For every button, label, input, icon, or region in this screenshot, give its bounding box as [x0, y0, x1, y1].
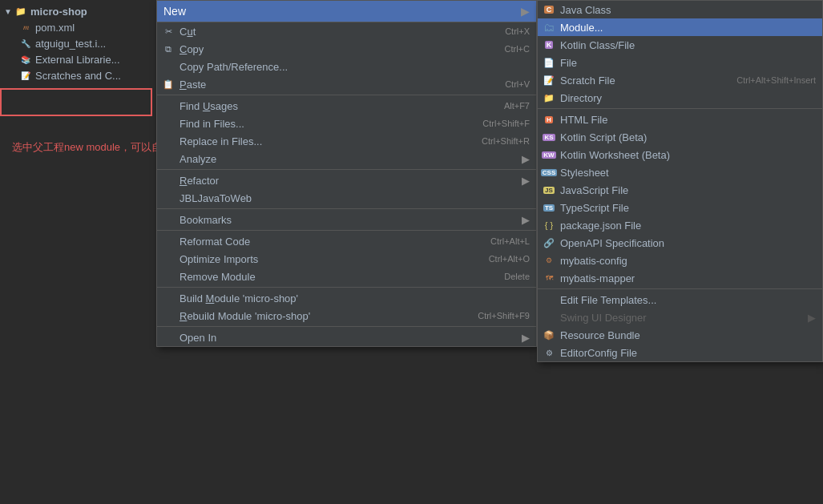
rebuild-shortcut: Ctrl+Shift+F9	[462, 311, 530, 321]
kotlin-worksheet-icon: KW	[543, 148, 555, 161]
sub-item-ts-file[interactable]: TS TypeScript File	[538, 199, 822, 216]
menu-item-new[interactable]: New ▶	[157, 1, 536, 22]
bookmarks-arrow-icon: ▶	[522, 214, 530, 226]
sub-item-mybatis-config[interactable]: ⚙ mybatis-config	[538, 252, 822, 269]
menu-item-optimize-imports[interactable]: Optimize Imports Ctrl+Alt+O	[157, 250, 536, 268]
menu-item-label: Reformat Code	[180, 236, 250, 248]
sub-item-label: Resource Bundle	[560, 329, 640, 341]
sidebar-item-ext-lib[interactable]: 📚 External Librarie...	[0, 51, 152, 67]
file-icon: 📄	[543, 56, 555, 69]
js-icon: JS	[543, 183, 555, 196]
xml-icon: 𝑚	[19, 21, 32, 34]
menu-item-label: Cut	[180, 26, 196, 38]
optimize-shortcut: Ctrl+Alt+O	[473, 254, 530, 264]
sub-item-scratch-file[interactable]: 📝 Scratch File Ctrl+Alt+Shift+Insert	[538, 71, 822, 89]
module-icon: 🗂	[543, 21, 555, 34]
sub-item-kotlin-script[interactable]: KS Kotlin Script (Beta)	[538, 128, 822, 146]
openapi-icon: 🔗	[543, 236, 555, 249]
sub-item-openapi[interactable]: 🔗 OpenAPI Specification	[538, 234, 822, 252]
copy-icon: ⧉	[162, 42, 175, 55]
sub-item-mybatis-mapper[interactable]: 🗺 mybatis-mapper	[538, 269, 822, 287]
menu-item-replace-files[interactable]: Replace in Files... Ctrl+Shift+R	[157, 132, 536, 150]
sidebar-item-label: Scratches and C...	[35, 70, 121, 82]
menu-item-label: JBLJavaToWeb	[180, 192, 252, 204]
project-sidebar: ▼ 📁 micro-shop 𝑚 pom.xml 🔧 atguigu_test.…	[0, 0, 152, 504]
scratch-file-shortcut: Ctrl+Alt+Shift+Insert	[736, 75, 816, 85]
sidebar-item-scratches[interactable]: 📝 Scratches and C...	[0, 67, 152, 83]
sub-item-kotlin-class[interactable]: K Kotlin Class/File	[538, 36, 822, 54]
sidebar-item-pom[interactable]: 𝑚 pom.xml	[0, 19, 152, 35]
ts-icon: TS	[543, 201, 555, 214]
menu-item-label: Rebuild Module 'micro-shop'	[180, 310, 310, 322]
sub-item-label: mybatis-config	[560, 255, 627, 267]
context-menu-main: New ▶ ✂ Cut Ctrl+X ⧉ Copy Ctrl+C Copy Pa…	[156, 0, 537, 347]
menu-item-rebuild-module[interactable]: Rebuild Module 'micro-shop' Ctrl+Shift+F…	[157, 307, 536, 325]
sub-item-module[interactable]: 🗂 Module...	[538, 18, 822, 36]
lib-icon: 📚	[19, 53, 32, 66]
sub-item-directory[interactable]: 📁 Directory	[538, 89, 822, 107]
menu-item-analyze[interactable]: Analyze ▶	[157, 150, 536, 167]
sub-item-label: Swing UI Designer	[560, 312, 647, 324]
css-icon: CSS	[543, 166, 555, 179]
sub-item-label: Kotlin Class/File	[560, 39, 635, 51]
sub-item-label: HTML File	[560, 114, 607, 126]
menu-item-label: Remove Module	[180, 271, 256, 283]
menu-item-bookmarks[interactable]: Bookmarks ▶	[157, 211, 536, 228]
mybatis-config-icon: ⚙	[543, 254, 555, 267]
sub-item-label: JavaScript File	[560, 184, 628, 196]
sub-item-label: Java Class	[560, 4, 611, 16]
context-menu-submenu: C Java Class 🗂 Module... K Kotlin Class/…	[537, 0, 823, 362]
sidebar-item-test[interactable]: 🔧 atguigu_test.i...	[0, 35, 152, 51]
kotlin-script-icon: KS	[543, 131, 555, 143]
html-icon: H	[543, 113, 555, 126]
sub-item-html-file[interactable]: H HTML File	[538, 111, 822, 128]
menu-item-find-usages[interactable]: Find Usages Alt+F7	[157, 97, 536, 115]
sub-item-js-file[interactable]: JS JavaScript File	[538, 181, 822, 199]
sub-item-edit-templates[interactable]: Edit File Templates...	[538, 291, 822, 308]
menu-item-copy[interactable]: ⧉ Copy Ctrl+C	[157, 40, 536, 58]
paste-shortcut: Ctrl+V	[489, 79, 530, 89]
menu-item-label: Paste	[180, 79, 206, 91]
menu-item-jbl[interactable]: JBLJavaToWeb	[157, 189, 536, 207]
menu-item-find-files[interactable]: Find in Files... Ctrl+Shift+F	[157, 115, 536, 132]
json-icon: { }	[543, 219, 555, 232]
scratch-icon: 📝	[19, 69, 32, 82]
sub-item-label: OpenAPI Specification	[560, 237, 664, 249]
swing-arrow-icon: ▶	[808, 312, 816, 324]
menu-item-new-label: New	[163, 5, 186, 18]
java-class-icon: C	[543, 3, 555, 16]
separator-2	[157, 169, 536, 170]
menu-item-remove-module[interactable]: Remove Module Delete	[157, 268, 536, 285]
remove-module-shortcut: Delete	[488, 272, 530, 281]
menu-item-refactor[interactable]: Refactor ▶	[157, 171, 536, 189]
sub-item-stylesheet[interactable]: CSS Stylesheet	[538, 163, 822, 181]
sub-item-label: Scratch File	[560, 75, 615, 87]
sub-item-editorconfig[interactable]: ⚙ EditorConfig File	[538, 344, 822, 361]
reformat-shortcut: Ctrl+Alt+L	[474, 236, 530, 246]
tree-expand-arrow: ▼	[3, 6, 13, 16]
sub-separator-2	[538, 288, 822, 289]
paste-icon: 📋	[162, 78, 175, 91]
sidebar-item-label: atguigu_test.i...	[35, 38, 106, 50]
sub-item-package-json[interactable]: { } package.json File	[538, 216, 822, 234]
menu-item-build-module[interactable]: Build Module 'micro-shop'	[157, 289, 536, 307]
menu-item-cut[interactable]: ✂ Cut Ctrl+X	[157, 22, 536, 40]
separator-1	[157, 95, 536, 95]
sub-item-swing[interactable]: Swing UI Designer ▶	[538, 308, 822, 326]
sidebar-item-project[interactable]: ▼ 📁 micro-shop	[0, 3, 152, 19]
menu-item-label: Build Module 'micro-shop'	[180, 292, 298, 304]
menu-item-paste[interactable]: 📋 Paste Ctrl+V	[157, 75, 536, 93]
sub-item-file[interactable]: 📄 File	[538, 54, 822, 71]
menu-item-label: Copy	[180, 43, 204, 55]
sub-item-label: TypeScript File	[560, 202, 629, 214]
separator-6	[157, 326, 536, 327]
replace-files-shortcut: Ctrl+Shift+R	[466, 136, 530, 146]
menu-item-reformat[interactable]: Reformat Code Ctrl+Alt+L	[157, 232, 536, 250]
menu-item-copy-path[interactable]: Copy Path/Reference...	[157, 58, 536, 75]
sub-item-kotlin-worksheet[interactable]: KW Kotlin Worksheet (Beta)	[538, 146, 822, 163]
menu-item-label: Replace in Files...	[180, 135, 262, 147]
folder-icon: 📁	[14, 5, 27, 18]
menu-item-open-in[interactable]: Open In ▶	[157, 329, 536, 346]
sub-item-resource-bundle[interactable]: 📦 Resource Bundle	[538, 326, 822, 344]
sub-item-java-class[interactable]: C Java Class	[538, 1, 822, 18]
